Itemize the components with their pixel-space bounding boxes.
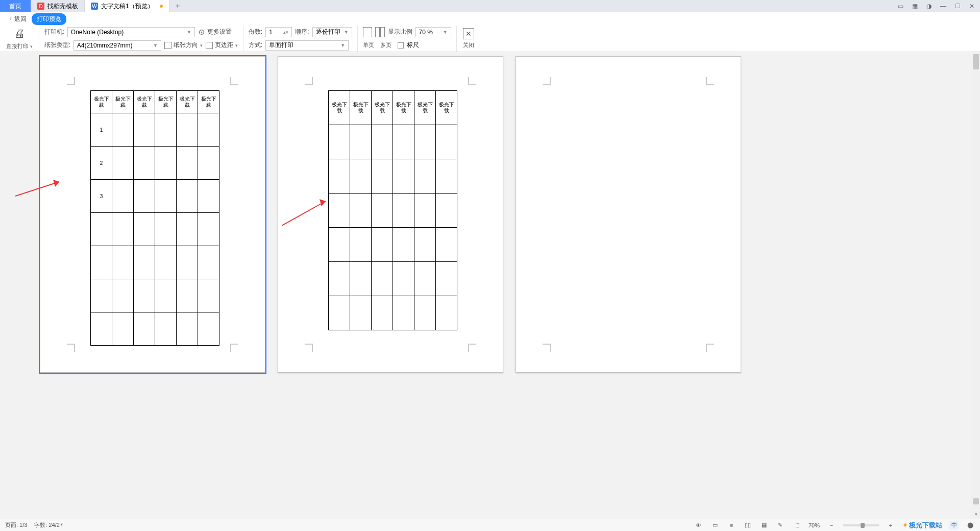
order-label: 顺序: [295,28,309,36]
minimize-button[interactable]: — [939,3,947,10]
printer-icon[interactable]: 🖨 [14,27,25,40]
multi-page-icon [375,27,385,37]
chevron-down-icon: ▼ [443,30,448,35]
plus-icon: + [176,2,180,11]
skin-icon[interactable]: ◑ [925,3,933,10]
orientation-button[interactable]: 纸张方向 ▾ [164,41,203,50]
tab-document-label: 文字文稿1（预览） [101,2,154,11]
direct-print-button[interactable]: 直接打印 ▾ [6,42,33,50]
more-settings-button[interactable]: 更多设置 [198,28,232,36]
wps-writer-icon: W [91,3,98,10]
tab-bar: 首页 D 找稻壳模板 W 文字文稿1（预览） + ▭ ▦ ◑ — ☐ ✕ [0,0,980,12]
margins-button[interactable]: 页边距 ▾ [206,41,238,50]
chevron-left-icon: 〈 [6,15,12,23]
chevron-down-icon: ▼ [187,30,191,35]
print-mode-value: 单面打印 [269,41,293,50]
print-mode-select[interactable]: 单面打印 ▼ [265,40,349,51]
printer-label: 打印机: [44,28,64,36]
paper-type-value: A4(210mmx297mm) [77,42,133,49]
back-button[interactable]: 〈 返回 [6,15,27,23]
tab-home-label: 首页 [9,2,21,11]
tab-home[interactable]: 首页 [0,0,31,12]
print-preview-mode[interactable]: 打印预览 [32,13,66,25]
copies-group: 份数: 1 ▴▾ 顺序: 逐份打印 ▼ 方式: 单面打印 ▼ [243,26,358,52]
printer-group: 打印机: OneNote (Desktop) ▼ 更多设置 纸张类型: A4(2… [39,26,243,52]
tab-templates[interactable]: D 找稻壳模板 [31,0,85,12]
scale-label: 显示比例 [388,28,412,36]
ruler-label: 标尺 [407,41,419,50]
printer-value: OneNote (Desktop) [71,29,124,36]
scale-value: 70 % [419,29,433,36]
close-window-button[interactable]: ✕ [968,3,976,10]
close-group: ✕ 关闭 [457,26,480,52]
paper-type-label: 纸张类型: [44,41,70,50]
multi-page-label: 多页 [380,41,391,49]
back-label: 返回 [14,15,27,23]
view-group: 显示比例 70 % ▼ 单页 多页 标尺 [358,26,457,52]
tab-templates-label: 找稻壳模板 [47,2,78,11]
maximize-button[interactable]: ☐ [953,3,962,10]
stepper-icon: ▴▾ [283,30,288,35]
single-page-icon [363,27,372,37]
gear-icon [198,29,205,36]
svg-point-1 [201,31,203,33]
copies-label: 份数: [249,28,262,36]
unsaved-dot-icon [160,5,163,8]
docer-icon: D [37,3,44,10]
chevron-down-icon: ▼ [344,30,349,35]
chevron-down-icon: ▼ [153,43,158,48]
close-preview-label[interactable]: 关闭 [463,41,474,49]
single-page-label: 单页 [363,41,374,49]
layout-icon[interactable]: ▭ [896,3,904,10]
single-page-button[interactable] [363,27,372,37]
order-value: 逐份打印 [316,28,340,36]
printer-select[interactable]: OneNote (Desktop) ▼ [67,27,195,37]
toolbar: 🖨 直接打印 ▾ 打印机: OneNote (Desktop) ▼ 更多设置 纸… [0,26,980,52]
close-preview-icon[interactable]: ✕ [463,28,474,39]
copies-stepper[interactable]: 1 ▴▾ [265,27,292,37]
tab-document[interactable]: W 文字文稿1（预览） [85,0,169,12]
print-mode-label: 方式: [249,41,262,50]
order-select[interactable]: 逐份打印 ▼ [312,27,352,37]
chevron-down-icon: ▼ [340,43,345,48]
tab-new[interactable]: + [169,0,186,12]
margins-icon [206,42,213,49]
window-controls: ▭ ▦ ◑ — ☐ ✕ [892,0,980,12]
ribbon-row: 〈 返回 打印预览 [0,12,980,26]
scale-select[interactable]: 70 % ▼ [415,27,451,37]
ruler-checkbox[interactable] [398,42,404,49]
multi-page-button[interactable] [375,27,385,37]
paper-type-select[interactable]: A4(210mmx297mm) ▼ [74,40,161,51]
copies-value: 1 [269,29,273,36]
grid-icon[interactable]: ▦ [911,3,919,10]
direct-print-group: 🖨 直接打印 ▾ [0,26,39,52]
orientation-icon [164,42,172,49]
